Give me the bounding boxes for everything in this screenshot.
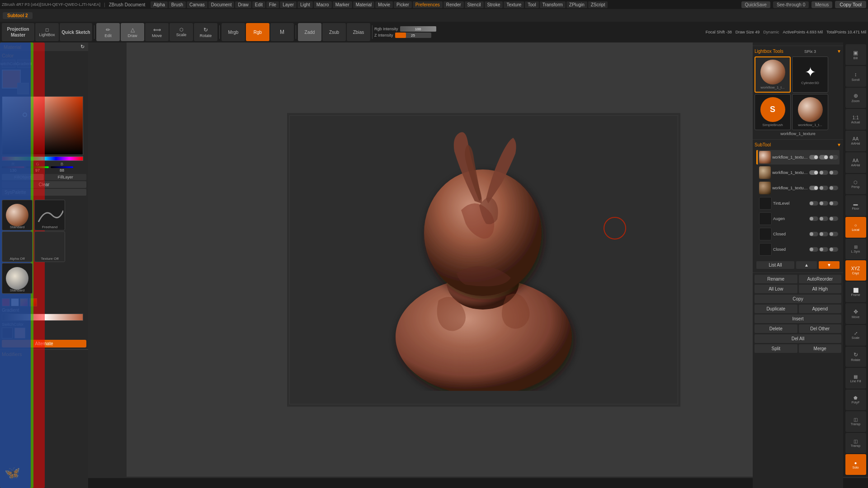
- cylinder3d-thumb[interactable]: ✦ Cylinder3D: [792, 56, 828, 93]
- bill-btn[interactable]: ▣ Bill: [845, 44, 866, 65]
- zbias-btn[interactable]: Zbias: [347, 23, 370, 41]
- workflow-texture-thumb[interactable]: workflow_1_t...: [792, 94, 828, 130]
- subtool-item-5[interactable]: Augen: [756, 211, 840, 226]
- z-intensity-bar[interactable]: 25: [395, 33, 431, 38]
- brush-standard[interactable]: Standard: [2, 200, 33, 230]
- rename-btn[interactable]: Rename: [755, 275, 797, 283]
- auto-reorder-btn[interactable]: AutoReorder: [799, 275, 842, 283]
- copy-tool-btn[interactable]: Copy Tool: [835, 1, 866, 8]
- scale2-btn[interactable]: ⤢ Scale: [845, 325, 866, 346]
- aahal-btn1[interactable]: AA AAHal: [845, 131, 866, 151]
- subtool-item-7[interactable]: Closed: [756, 242, 840, 257]
- zsub-btn[interactable]: Zsub: [322, 23, 346, 41]
- frame-btn[interactable]: ⬜ Frame: [845, 282, 866, 302]
- aahal-btn2[interactable]: AA AAHal: [845, 152, 866, 173]
- edit-btn[interactable]: ✏ Edit: [96, 23, 120, 41]
- workflow-thumb[interactable]: workflow_1_t...: [755, 56, 791, 93]
- subtool-toggle-4[interactable]: [809, 201, 818, 206]
- menu-stencil[interactable]: Stencil: [465, 1, 484, 8]
- simplebrush-thumb[interactable]: S SimpleBrush: [755, 94, 791, 130]
- subtool-toggle-7[interactable]: [809, 247, 818, 252]
- subtool-toggle-4c[interactable]: [829, 201, 838, 206]
- quick-sketch-btn[interactable]: Quick Sketch: [60, 23, 92, 41]
- subtool-item-3[interactable]: workflow_1_texturing: [756, 181, 840, 195]
- menu-edit[interactable]: Edit: [252, 1, 265, 8]
- menu-preferences[interactable]: Preferences: [413, 1, 443, 8]
- copy-btn[interactable]: Copy: [755, 295, 841, 303]
- menu-canvas[interactable]: Canvas: [187, 1, 208, 8]
- draw-btn[interactable]: △ Draw: [121, 23, 144, 41]
- menu-tool[interactable]: Tool: [525, 1, 538, 8]
- see-through-btn[interactable]: See-through 0: [773, 1, 809, 8]
- del-all-btn[interactable]: Del All: [755, 334, 841, 343]
- fill-layer-btn[interactable]: FillLayer: [45, 174, 87, 180]
- scale-btn[interactable]: ⬡ Scale: [170, 23, 193, 41]
- brush-alpha-off[interactable]: Alpha Off: [2, 231, 33, 262]
- subtool-toggle-3b[interactable]: [819, 186, 828, 190]
- subtool-toggle-5c[interactable]: [829, 216, 838, 221]
- all-high-btn[interactable]: All High: [799, 285, 842, 293]
- duplicate-btn[interactable]: Duplicate: [755, 305, 797, 313]
- menu-picker[interactable]: Picker: [394, 1, 412, 8]
- transp-btn1[interactable]: ◫ Transp: [845, 411, 866, 432]
- menu-material[interactable]: Material: [353, 1, 375, 8]
- scroll-btn[interactable]: ↕ Scroll: [845, 66, 866, 87]
- menu-alpha[interactable]: Alpha: [151, 1, 168, 8]
- lsym-btn[interactable]: ⊞ L.Sym: [845, 239, 866, 259]
- del-other-btn[interactable]: Del Other: [799, 324, 842, 333]
- subtool-item-4[interactable]: TintLevel: [756, 196, 840, 211]
- subtool-toggle-6[interactable]: [809, 232, 818, 236]
- linefill-btn[interactable]: ▦ Line Fill: [845, 368, 866, 389]
- move-btn[interactable]: ⟺ Move: [145, 23, 169, 41]
- menu-transform[interactable]: Transform: [540, 1, 566, 8]
- transp-btn2[interactable]: ◫ Transp: [845, 433, 866, 454]
- menu-layer[interactable]: Layer: [280, 1, 297, 8]
- menu-draw[interactable]: Draw: [235, 1, 251, 8]
- subtool-toggle-7c[interactable]: [829, 247, 838, 252]
- subtool-item-1[interactable]: workflow_1_texturing: [756, 150, 840, 164]
- subtool-toggle-4b[interactable]: [819, 201, 828, 206]
- move2-btn[interactable]: ✥ Move: [845, 303, 866, 324]
- subtool-toggle-6b[interactable]: [819, 232, 828, 236]
- subtool-toggle-2c[interactable]: [829, 170, 838, 175]
- subtool-toggle-1b[interactable]: [819, 155, 828, 160]
- menu-file[interactable]: File: [266, 1, 279, 8]
- cxyz-btn[interactable]: XYZ Cxyz: [845, 260, 866, 281]
- merge-btn[interactable]: Merge: [799, 344, 842, 353]
- menu-marker[interactable]: Marker: [333, 1, 352, 8]
- menus-btn[interactable]: Menus: [811, 1, 832, 8]
- arrow-down-btn[interactable]: ▼: [819, 261, 840, 269]
- projection-master-btn[interactable]: Projection Master: [2, 23, 34, 41]
- poly-btn[interactable]: ⬟ PolyF: [845, 389, 866, 410]
- subtool-toggle-5[interactable]: [809, 216, 818, 221]
- insert-btn[interactable]: Insert: [755, 314, 841, 323]
- menu-render[interactable]: Render: [443, 1, 464, 8]
- local-btn[interactable]: ○ Local: [845, 217, 866, 238]
- menu-zscript[interactable]: ZScript: [588, 1, 608, 8]
- solo-btn[interactable]: ● Solo: [845, 454, 866, 475]
- menu-macro[interactable]: Macro: [314, 1, 332, 8]
- subtool-toggle-6c[interactable]: [829, 232, 838, 236]
- menu-stroke[interactable]: Stroke: [485, 1, 503, 8]
- subtool-toggle-2b[interactable]: [819, 170, 828, 175]
- brush-freehand[interactable]: Freehand: [34, 200, 65, 230]
- menu-movie[interactable]: Movie: [375, 1, 393, 8]
- zadd-btn[interactable]: Zadd: [298, 23, 321, 41]
- rotate-btn[interactable]: ↻ Rotate: [194, 23, 217, 41]
- subtool-toggle-3[interactable]: [809, 186, 818, 190]
- list-all-btn[interactable]: List All: [756, 261, 794, 269]
- menu-document[interactable]: Document: [208, 1, 235, 8]
- arrow-up-btn[interactable]: ▲: [796, 261, 817, 269]
- mrgb-btn[interactable]: Mrgb: [222, 23, 245, 41]
- actual-btn[interactable]: 1:1 Actual: [845, 109, 866, 130]
- floor-btn[interactable]: ▬ Floor: [845, 195, 866, 216]
- rotate2-btn[interactable]: ↻ Rotate: [845, 347, 866, 367]
- rgb-btn[interactable]: Rgb: [246, 23, 269, 41]
- lightbox-btn[interactable]: ◻ LightBox: [35, 23, 59, 41]
- menu-texture[interactable]: Texture: [504, 1, 524, 8]
- all-low-btn[interactable]: All Low: [755, 285, 797, 293]
- menu-brush[interactable]: Brush: [169, 1, 186, 8]
- subtool-item-2[interactable]: workflow_1_texturing: [756, 165, 840, 180]
- zoom-btn[interactable]: ⊕ Zoom: [845, 88, 866, 108]
- split-btn[interactable]: Split: [755, 344, 797, 353]
